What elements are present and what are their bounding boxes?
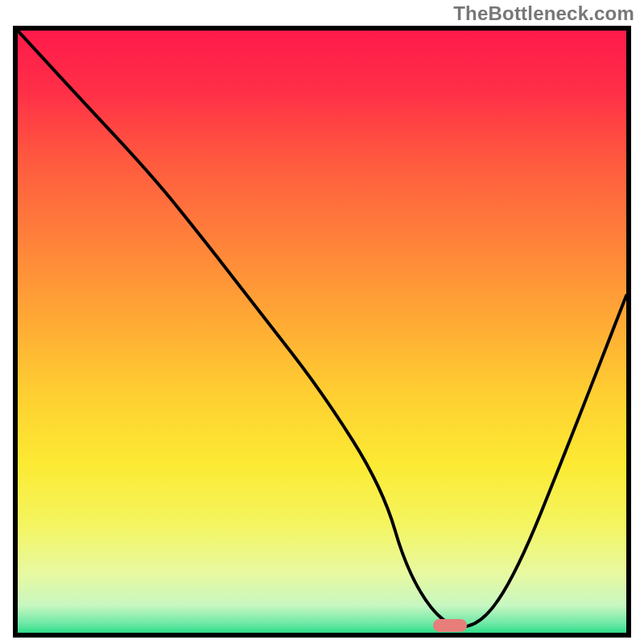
optimal-marker [433, 619, 467, 632]
bottleneck-chart [18, 31, 626, 633]
plot-frame [13, 26, 631, 638]
watermark-text: TheBottleneck.com [453, 2, 634, 25]
gradient-background [18, 31, 626, 633]
